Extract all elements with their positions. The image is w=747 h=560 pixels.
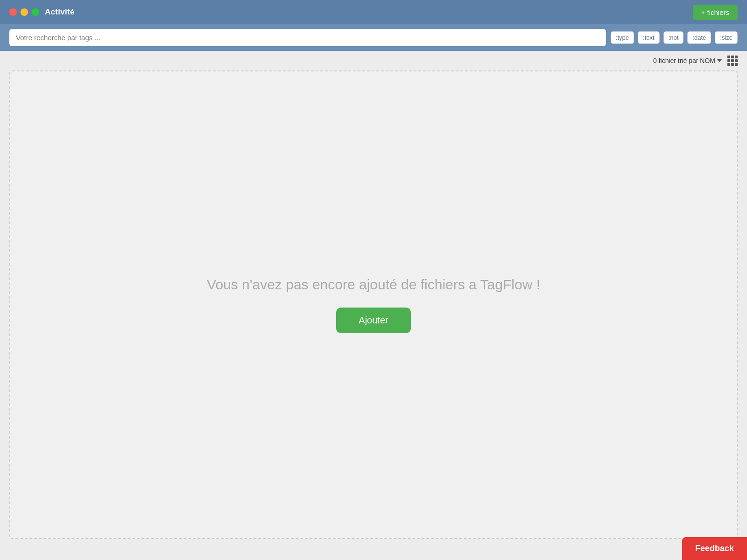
ajouter-button[interactable]: Ajouter — [336, 308, 410, 333]
add-files-button[interactable]: + fichiers — [693, 5, 738, 20]
maximize-button[interactable] — [32, 8, 39, 16]
grid-dot — [727, 63, 730, 66]
grid-dot — [727, 56, 730, 58]
feedback-button[interactable]: Feedback — [682, 537, 747, 560]
search-input-wrap — [9, 29, 606, 46]
grid-dot — [727, 59, 730, 62]
grid-dot — [735, 56, 738, 58]
empty-state-message: Vous n'avez pas encore ajouté de fichier… — [207, 277, 540, 293]
searchbar-inner: :type :text :not :date :size — [9, 29, 738, 46]
grid-view-icon[interactable] — [727, 56, 738, 66]
sort-label: 0 fichier trié par NOM — [653, 57, 715, 64]
chevron-down-icon — [717, 59, 722, 62]
searchbar-container: :type :text :not :date :size — [0, 24, 747, 51]
sort-dropdown[interactable]: 0 fichier trié par NOM — [653, 57, 722, 64]
titlebar: Activité + fichiers — [0, 0, 747, 24]
tag-text-button[interactable]: :text — [638, 31, 660, 44]
grid-dot — [731, 56, 734, 58]
tag-type-button[interactable]: :type — [611, 31, 634, 44]
close-button[interactable] — [9, 8, 17, 16]
search-tags: :type :text :not :date :size — [611, 31, 738, 44]
search-input[interactable] — [9, 29, 606, 46]
app-title: Activité — [45, 7, 75, 17]
minimize-button[interactable] — [21, 8, 28, 16]
toolbar: 0 fichier trié par NOM — [0, 51, 747, 70]
tag-size-button[interactable]: :size — [715, 31, 738, 44]
traffic-lights — [9, 8, 39, 16]
main-content-area: Vous n'avez pas encore ajouté de fichier… — [9, 70, 738, 539]
grid-dot — [731, 59, 734, 62]
tag-date-button[interactable]: :date — [687, 31, 711, 44]
grid-dot — [735, 63, 738, 66]
titlebar-left: Activité — [9, 7, 75, 17]
tag-not-button[interactable]: :not — [663, 31, 684, 44]
grid-dot — [735, 59, 738, 62]
grid-dot — [731, 63, 734, 66]
